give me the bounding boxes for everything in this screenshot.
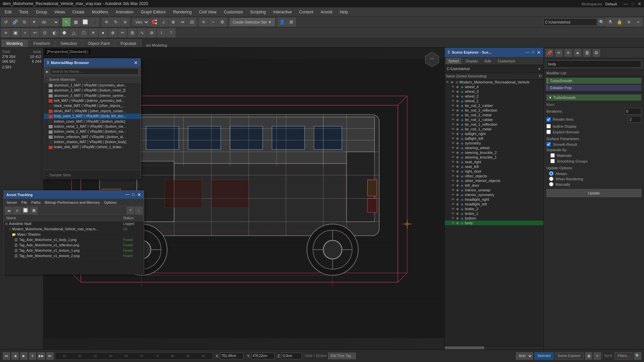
menu-item-group[interactable]: Group [33, 8, 50, 16]
ts-sg-checkbox[interactable] [550, 159, 555, 163]
tab-modeling[interactable]: Modeling [1, 40, 28, 47]
tb2-13[interactable]: ✂ [118, 28, 127, 37]
tree-item[interactable]: 👁 ◉ ◈ tie_rod_1_metal [445, 127, 543, 131]
se-close-btn[interactable]: ✕ [537, 50, 541, 55]
maximize-btn[interactable]: □ [632, 2, 634, 6]
next-frame-btn[interactable]: ▶▶ [38, 352, 45, 360]
tree-item[interactable]: 👁 ◉ ◈ wheel_4 [445, 84, 543, 89]
tb2-8[interactable]: △ [69, 28, 78, 37]
ts-manually-radio[interactable] [549, 182, 553, 186]
prev-frame-btn[interactable]: ◀ [11, 352, 19, 360]
mat-item[interactable]: brake_disk_MAT ( VRayMtl ) [wheel_1_brak… [44, 144, 141, 149]
tree-item[interactable]: 👁 ◉ ◈ taillight_left [445, 136, 543, 141]
menu-item-customize[interactable]: Customize [220, 8, 246, 16]
at-min-btn[interactable]: — [125, 192, 129, 197]
props-name-input[interactable] [546, 60, 641, 68]
view-dropdown[interactable]: View [132, 18, 149, 26]
move-btn[interactable]: ✛ [102, 18, 111, 26]
ts-materials-checkbox[interactable] [550, 153, 555, 158]
tree-item[interactable]: 👁 ◉ ◈ right_door [445, 169, 543, 174]
tree-item[interactable]: 👁 ◉ ◈ other_objects [445, 174, 543, 178]
props-delete-btn[interactable]: 🗑 [583, 49, 591, 57]
tree-item[interactable]: 👁 ◉ ◈ body [445, 221, 543, 225]
mat-item[interactable]: bottom_reflection_MAT ( VRayMtl ) [botto… [44, 134, 141, 139]
ts-header[interactable]: ▼ TurboSmooth [546, 95, 641, 101]
tree-item[interactable]: 👁 ◉ ◈ wheel_2 [445, 94, 543, 99]
tree-item[interactable]: 👁 ◉ ◈ interior_unwrap [445, 188, 543, 192]
at-close-btn[interactable]: ✕ [137, 192, 141, 197]
close-btn[interactable]: ✕ [638, 1, 641, 6]
tree-item[interactable]: 👁 ◉ ◈ brake_1 [445, 211, 543, 216]
next-key-btn[interactable]: ⏭ [46, 352, 54, 360]
menu-item-modifiers[interactable]: Modifiers [89, 8, 112, 16]
menu-item-views[interactable]: Views [51, 8, 68, 16]
man-btn[interactable]: 👤 [278, 18, 286, 26]
tb2-6[interactable]: ◐ [50, 28, 59, 37]
tree-item[interactable]: 👁 ◉ ◈ wheel_1 [445, 99, 543, 103]
at-btn2[interactable]: ≡ [13, 207, 21, 214]
undo-btn[interactable]: ↺ [1, 18, 10, 26]
tree-item[interactable]: 👁 ◉ ◈ taillight_right [445, 131, 543, 136]
props-list-btn[interactable]: ≡ [565, 49, 572, 57]
at-btn5[interactable]: ? [127, 207, 134, 214]
tb2-1[interactable]: ⊕ [1, 28, 10, 37]
tree-item[interactable]: 👁 ◉ ◈ tie_rod_2_rubber [445, 103, 543, 108]
tb2-16[interactable]: ⊛ [147, 28, 156, 37]
mat-item[interactable]: aluminum_1_MAT ( VRayMtl ) [symmetry_alu… [44, 83, 141, 88]
add-time-tag-btn[interactable]: Add Time Tag... [328, 353, 356, 359]
select-name-btn[interactable]: ▦ [71, 18, 80, 26]
props-settings-btn[interactable]: ⚙ [593, 49, 600, 57]
render-setup-btn[interactable]: ⚙ [218, 18, 227, 26]
se-filter-icon[interactable]: ▼ [537, 67, 541, 71]
se-path-input[interactable] [447, 67, 536, 71]
tb2-11[interactable]: ● [99, 28, 107, 37]
minimize-btn[interactable]: — [624, 1, 628, 6]
tree-item[interactable]: 👁 ◉ ◈ other_interior_objects [445, 178, 543, 183]
menu-item-civil-view[interactable]: Civil View [196, 8, 220, 16]
tb2-10[interactable]: ☀ [89, 28, 98, 37]
at-table-container[interactable]: Name Status ⊞Autodesk Vault Logged 3Mode… [4, 215, 144, 275]
extra2-btn[interactable]: ≡ [634, 18, 643, 26]
rotate-btn[interactable]: ↻ [111, 18, 120, 26]
unlink-btn[interactable]: ⛓ [20, 18, 29, 26]
at-table-row[interactable]: 📁Maps / Shaders [4, 232, 144, 237]
curve-btn[interactable]: ~ [209, 18, 217, 26]
tree-item[interactable]: 👁 ◉ ◈ steering_wheel [445, 145, 543, 150]
mat-item[interactable]: bottom_metal_2_MAT ( VRayMtl ) [bottom_m… [44, 129, 141, 134]
tree-item[interactable]: 👁 ◉ ◈ tie_rod_2_reflection [445, 108, 543, 113]
tree-item[interactable]: 👁 ◉ ◈ tie_rod_2_metal [445, 113, 543, 117]
at-bitmap[interactable]: Bitmap Performance and Memory [45, 200, 100, 204]
at-btn3[interactable]: ⬜ [22, 207, 29, 214]
mirror-btn[interactable]: ⇔ [178, 18, 187, 26]
layer-btn[interactable]: ≡ [199, 18, 208, 26]
props-pin-btn[interactable]: 📌 [546, 49, 553, 57]
tab-populate[interactable]: Populate [115, 40, 141, 47]
tb2-17[interactable]: ≀ [157, 28, 166, 37]
tree-item[interactable]: 👁 ◉ ◈ headlight_right [445, 197, 543, 202]
tree-item[interactable]: 👁 ◉ ◈ seat_right [445, 160, 543, 164]
play-btn[interactable]: ▶ [20, 352, 28, 360]
tab-edit[interactable]: Edit [483, 58, 493, 64]
path-input[interactable] [543, 18, 597, 26]
bottom-icon1[interactable]: ▦ [585, 352, 592, 360]
tree-item[interactable]: 👁 ◉ ◈ wheel_3 [445, 89, 543, 94]
menu-item-arnold[interactable]: Arnold [317, 8, 336, 16]
ts-render-input[interactable] [628, 116, 641, 123]
mat-item[interactable]: body_paint_1_MAT ( VRayMtl ) [body, left… [44, 114, 141, 119]
props-edit-btn[interactable]: ✏ [555, 49, 562, 57]
menu-item-rendering[interactable]: Rendering [170, 8, 195, 16]
create-sel-btn[interactable]: Create Selection Set ▼ [230, 18, 275, 26]
select-btn[interactable]: ↖ [62, 18, 71, 26]
at-options[interactable]: Options [104, 200, 117, 204]
at-table-row[interactable]: ⊞Autodesk Vault Logged [4, 221, 144, 227]
at-paths[interactable]: Paths [31, 200, 41, 204]
se-max-btn[interactable]: □ [532, 50, 534, 55]
filter-icon[interactable]: ⚗ [606, 18, 614, 26]
at-max-btn[interactable]: □ [132, 192, 135, 197]
props-sphere-btn[interactable]: ● [574, 49, 581, 57]
ts-always-radio[interactable] [549, 171, 553, 176]
tab-selection[interactable]: Selection [55, 40, 82, 47]
tab-object-paint[interactable]: Object Paint [83, 40, 115, 47]
scene-explorer-btn[interactable]: Scene Explorer [555, 352, 584, 360]
bind-btn[interactable]: ✦ [30, 18, 38, 26]
